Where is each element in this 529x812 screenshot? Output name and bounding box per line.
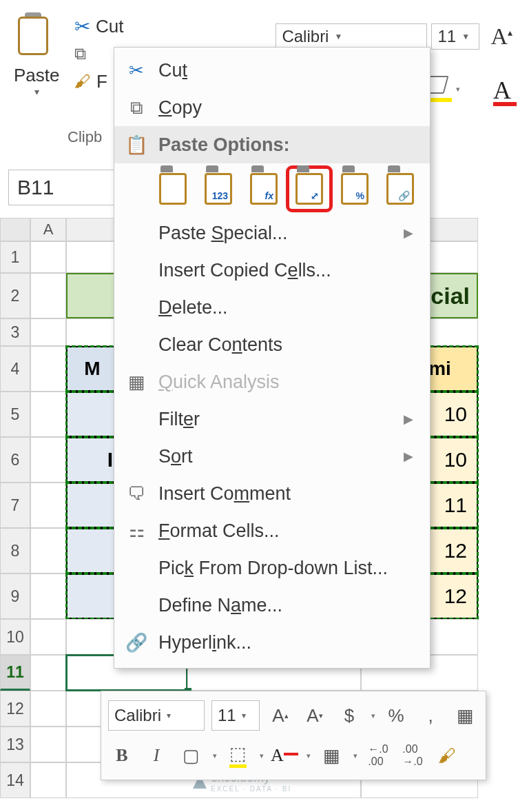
copy-icon: ⧉ <box>74 44 86 63</box>
paste-split-button[interactable]: Paste ▾ <box>14 12 60 97</box>
mini-merge[interactable]: ▦ <box>451 702 479 729</box>
link-icon: 🔗 <box>124 632 149 653</box>
scissors-icon: ✂ <box>74 15 90 38</box>
ctx-define-name[interactable]: Define Name... <box>114 587 430 624</box>
row-header[interactable]: 3 <box>0 318 30 346</box>
row-header[interactable]: 1 <box>0 241 30 273</box>
mini-format-painter[interactable]: 🖌 <box>433 742 461 769</box>
clipboard-icon: 📋 <box>124 134 149 156</box>
name-box[interactable] <box>8 170 118 205</box>
row-header[interactable]: 6 <box>0 437 30 483</box>
paste-label: Paste <box>14 65 60 86</box>
paste-icon <box>14 12 55 61</box>
mini-comma[interactable]: , <box>417 702 444 729</box>
mini-font-combo[interactable]: Calibri▾ <box>108 700 205 731</box>
mini-percent[interactable]: % <box>382 702 410 729</box>
paste-link[interactable]: 🔗 <box>380 169 420 209</box>
cell-B9[interactable] <box>66 574 118 619</box>
row-header[interactable]: 14 <box>0 762 30 798</box>
ctx-cut[interactable]: ✂ Cut <box>114 52 430 89</box>
mini-italic[interactable]: I <box>143 742 170 769</box>
format-cells-icon: ⚏ <box>124 520 149 542</box>
ctx-clear[interactable]: Clear Contents <box>114 326 430 363</box>
fill-color-button[interactable]: ▾ <box>426 76 460 102</box>
ctx-quick-analysis: ▦ Quick Analysis <box>114 363 430 400</box>
font-color-button[interactable]: A <box>493 76 517 106</box>
ctx-format-cells[interactable]: ⚏ Format Cells... <box>114 512 430 549</box>
mini-borders[interactable]: ▢ <box>177 742 205 769</box>
mini-shrink-font[interactable]: A▾ <box>301 702 329 729</box>
ctx-insert-comment[interactable]: 🗨 Insert Comment <box>114 475 430 512</box>
format-painter-label: F <box>96 71 107 92</box>
row-header[interactable]: 10 <box>0 619 30 655</box>
ctx-filter[interactable]: Filter▶ <box>114 400 430 438</box>
cell-B6[interactable]: I <box>66 437 118 483</box>
mini-dec-decimal[interactable]: .00→.0 <box>399 742 426 769</box>
mini-toolbar: Calibri▾ 11▾ A▴ A▾ $▾ % , ▦ B I ▢▾ ⬚▾ A▾… <box>101 691 486 780</box>
grow-font-icon[interactable]: A▴ <box>490 23 512 50</box>
ctx-paste-options-header: 📋 Paste Options: <box>114 126 430 163</box>
row-header[interactable]: 2 <box>0 273 30 318</box>
paste-transpose[interactable]: ⤢ <box>289 169 329 209</box>
col-header-A[interactable]: A <box>30 218 66 241</box>
quick-analysis-icon: ▦ <box>124 372 149 393</box>
mini-font-color[interactable]: A <box>271 742 298 769</box>
paste-options-row: 123 fx ⤢ % 🔗 <box>114 163 430 214</box>
font-size-value: 11 <box>437 27 456 46</box>
ctx-insert-copied[interactable]: Insert Copied Cells... <box>114 252 430 289</box>
cell-B5[interactable] <box>66 392 118 437</box>
context-menu: ✂ Cut ⧉ Copy 📋 Paste Options: 123 fx ⤢ %… <box>114 47 431 669</box>
ctx-sort[interactable]: Sort▶ <box>114 438 430 475</box>
row-header[interactable]: 7 <box>0 483 30 528</box>
mini-fill[interactable]: ⬚ <box>224 742 251 769</box>
paste-formatting[interactable]: % <box>335 169 375 209</box>
row-header-active[interactable]: 11 <box>0 655 30 691</box>
cell-B7[interactable] <box>66 483 118 528</box>
row-header[interactable]: 8 <box>0 528 30 574</box>
mini-grow-font[interactable]: A▴ <box>267 702 294 729</box>
cut-label: Cut <box>96 16 123 37</box>
mini-accounting[interactable]: $ <box>335 702 363 729</box>
cut-button[interactable]: ✂ Cut <box>74 12 123 40</box>
ctx-hyperlink[interactable]: 🔗 Hyperlink... <box>114 624 430 661</box>
row-header[interactable]: 12 <box>0 691 30 727</box>
paste-keep-source[interactable] <box>153 169 193 209</box>
ctx-pick-dropdown[interactable]: Pick From Drop-down List... <box>114 549 430 587</box>
font-size-combo[interactable]: 11▼ <box>431 23 479 50</box>
paste-values[interactable]: 123 <box>198 169 238 209</box>
comment-icon: 🗨 <box>124 483 149 505</box>
paste-dropdown-arrow[interactable]: ▾ <box>14 86 60 97</box>
select-all-corner[interactable] <box>0 218 30 241</box>
paste-formulas[interactable]: fx <box>244 169 284 209</box>
clipboard-group-label: Clipb <box>68 128 102 146</box>
cell-B8[interactable] <box>66 528 118 574</box>
row-header[interactable]: 13 <box>0 727 30 762</box>
cell-B4[interactable]: M <box>66 346 118 392</box>
ctx-delete[interactable]: Delete... <box>114 289 430 326</box>
mini-bold[interactable]: B <box>108 742 136 769</box>
ctx-paste-special[interactable]: Paste Special...▶ <box>114 214 430 252</box>
row-header[interactable]: 4 <box>0 346 30 392</box>
font-name-combo[interactable]: Calibri▼ <box>276 23 427 50</box>
row-header[interactable]: 9 <box>0 574 30 619</box>
mini-size-combo[interactable]: 11▾ <box>211 700 260 731</box>
font-name-value: Calibri <box>282 27 329 46</box>
copy-icon: ⧉ <box>124 97 149 119</box>
brush-icon: 🖌 <box>74 72 91 91</box>
row-header[interactable]: 5 <box>0 392 30 437</box>
mini-borders2[interactable]: ▦ <box>318 742 345 769</box>
mini-inc-decimal[interactable]: ←.0.00 <box>364 742 392 769</box>
scissors-icon: ✂ <box>124 60 149 81</box>
ctx-copy[interactable]: ⧉ Copy <box>114 89 430 126</box>
